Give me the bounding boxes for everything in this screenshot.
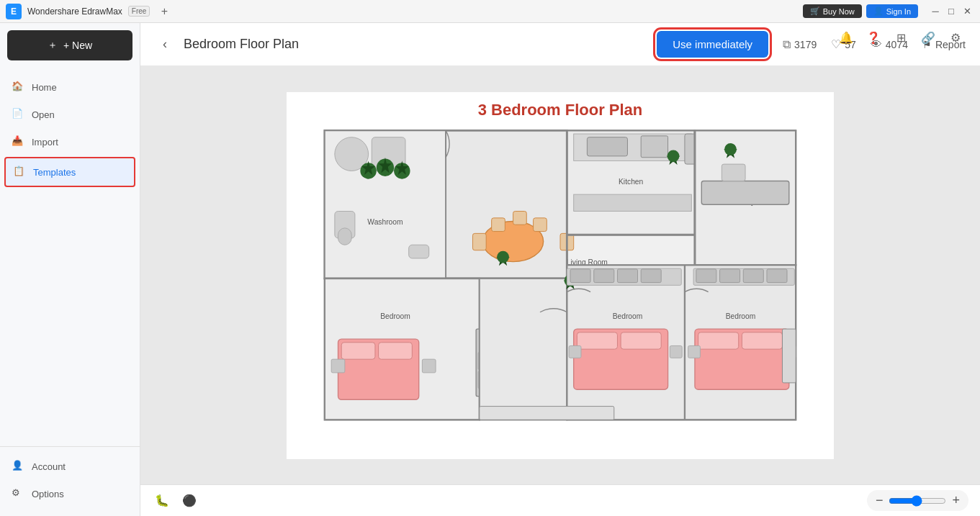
floor-plan-svg: Washroom: [287, 124, 834, 433]
sidebar-nav: 🏠 Home 📄 Open 📥 Import 📋 Templates: [0, 68, 140, 446]
svg-rect-28: [587, 137, 627, 155]
svg-rect-21: [534, 217, 547, 231]
sign-in-button[interactable]: 👤 Sign In: [866, 4, 918, 18]
back-arrow-icon: ‹: [163, 37, 167, 52]
svg-rect-74: [641, 268, 661, 282]
header-bar: ‹ Bedroom Floor Plan 🔔 ❓ ⊞ 🔗 ⚙ Use immed…: [140, 23, 980, 66]
svg-rect-67: [670, 345, 682, 358]
help-icon[interactable]: ❓: [863, 27, 884, 47]
sidebar-item-label: Open: [32, 109, 55, 120]
svg-rect-84: [743, 268, 763, 282]
zoom-out-button[interactable]: −: [876, 493, 884, 508]
svg-rect-37: [721, 164, 745, 181]
options-icon: ⚙: [12, 487, 24, 500]
copies-count: 3179: [794, 39, 817, 50]
minimize-button[interactable]: ─: [928, 4, 943, 19]
close-button[interactable]: ✕: [960, 4, 974, 19]
account-icon: 👤: [12, 460, 24, 473]
buy-now-button[interactable]: 🛒 Buy Now: [803, 4, 862, 18]
title-bar-right: 🛒 Buy Now 👤 Sign In ─ □ ✕: [803, 4, 974, 19]
maximize-button[interactable]: □: [944, 4, 958, 19]
svg-rect-78: [742, 332, 782, 348]
sidebar-item-label: Home: [32, 82, 57, 93]
svg-rect-59: [480, 279, 567, 420]
app-logo: E: [6, 4, 22, 19]
svg-rect-72: [594, 268, 614, 282]
svg-rect-87: [480, 406, 614, 420]
sphere-icon[interactable]: ⚫: [179, 491, 199, 511]
sidebar-item-import[interactable]: 📥 Import: [0, 128, 140, 155]
title-bar-left: E Wondershare EdrawMax Free +: [6, 3, 173, 20]
window-controls: ─ □ ✕: [928, 4, 974, 19]
copy-icon: ⧉: [783, 38, 791, 51]
svg-rect-77: [698, 332, 739, 348]
user-icon: 👤: [873, 6, 884, 16]
svg-rect-82: [696, 268, 716, 282]
apps-icon[interactable]: ⊞: [891, 27, 911, 47]
svg-rect-51: [422, 359, 436, 373]
import-icon: 📥: [12, 135, 24, 148]
sidebar-item-open[interactable]: 📄 Open: [0, 101, 140, 128]
svg-point-23: [497, 250, 509, 263]
header-left: ‹ Bedroom Floor Plan: [155, 35, 299, 55]
open-icon: 📄: [12, 108, 24, 121]
svg-rect-48: [341, 342, 375, 358]
zoom-controls: − +: [867, 490, 968, 511]
use-immediately-button[interactable]: Use immediately: [657, 31, 768, 58]
svg-rect-86: [782, 329, 796, 383]
svg-rect-79: [688, 345, 701, 358]
svg-rect-20: [513, 211, 527, 225]
svg-rect-19: [492, 217, 505, 231]
zoom-slider[interactable]: [889, 495, 946, 507]
app-badge: Free: [128, 6, 150, 17]
svg-rect-8: [338, 227, 352, 244]
notification-icon[interactable]: 🔔: [836, 27, 856, 47]
bottom-toolbar: 🐛 ⚫ − +: [140, 484, 980, 516]
main-content: ‹ Bedroom Floor Plan 🔔 ❓ ⊞ 🔗 ⚙ Use immed…: [140, 23, 980, 516]
svg-rect-66: [569, 345, 581, 358]
svg-text:Bedroom: Bedroom: [613, 312, 643, 320]
svg-rect-71: [570, 268, 590, 282]
templates-icon: 📋: [13, 166, 26, 178]
zoom-in-button[interactable]: +: [952, 493, 960, 508]
svg-text:Bedroom: Bedroom: [726, 312, 756, 320]
bug-icon[interactable]: 🐛: [152, 491, 172, 511]
svg-point-32: [667, 150, 680, 162]
svg-rect-30: [574, 194, 692, 211]
sidebar-item-options[interactable]: ⚙ Options: [0, 480, 140, 507]
sidebar-item-home[interactable]: 🏠 Home: [0, 73, 140, 101]
svg-rect-65: [621, 332, 661, 348]
sidebar-item-account[interactable]: 👤 Account: [0, 453, 140, 480]
sidebar-item-templates[interactable]: 📋 Templates: [4, 157, 135, 187]
svg-rect-9: [409, 245, 429, 258]
sidebar-bottom: 👤 Account ⚙ Options: [0, 446, 140, 516]
back-button[interactable]: ‹: [155, 35, 175, 55]
sidebar-item-label: Options: [32, 489, 64, 499]
svg-rect-50: [331, 359, 345, 373]
cart-icon: 🛒: [810, 6, 820, 16]
header-toolbar-icons: 🔔 ❓ ⊞ 🔗 ⚙: [836, 27, 966, 47]
title-bar: E Wondershare EdrawMax Free + 🛒 Buy Now …: [0, 0, 980, 23]
svg-rect-49: [379, 342, 413, 358]
sidebar-item-label: Import: [32, 137, 58, 148]
app-body: ＋ + New 🏠 Home 📄 Open 📥 Import 📋 Templat…: [0, 23, 980, 516]
page-title: Bedroom Floor Plan: [184, 37, 299, 52]
sidebar-item-label: Templates: [33, 167, 76, 178]
new-button[interactable]: ＋ + New: [7, 30, 132, 60]
settings-icon[interactable]: ⚙: [945, 27, 966, 47]
svg-rect-64: [577, 332, 617, 348]
copies-stat: ⧉ 3179: [783, 38, 817, 51]
svg-rect-36: [701, 181, 789, 204]
preview-area: 3 Bedroom Floor Plan Washroom: [140, 66, 980, 484]
floor-plan-container: 3 Bedroom Floor Plan Washroom: [287, 92, 834, 459]
svg-text:Kitchen: Kitchen: [619, 178, 644, 186]
svg-rect-73: [617, 268, 637, 282]
share-icon[interactable]: 🔗: [918, 27, 938, 47]
home-icon: 🏠: [12, 81, 24, 94]
svg-text:Washroom: Washroom: [367, 218, 403, 226]
sidebar: ＋ + New 🏠 Home 📄 Open 📥 Import 📋 Templat…: [0, 23, 140, 516]
new-tab-button[interactable]: +: [156, 3, 173, 20]
floor-plan-title: 3 Bedroom Floor Plan: [287, 92, 834, 124]
app-name: Wondershare EdrawMax: [27, 6, 122, 17]
svg-rect-83: [720, 268, 740, 282]
